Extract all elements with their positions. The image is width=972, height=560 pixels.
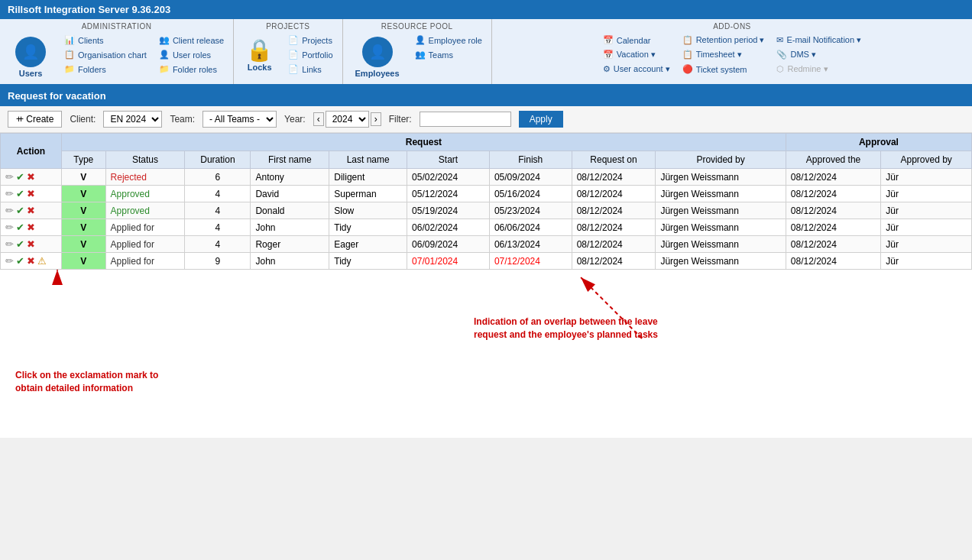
request-on-cell: 08/12/2024 [572,219,656,236]
firstname-cell: Donald [251,202,329,219]
reject-icon[interactable]: ✖ [27,255,35,267]
nav-item-portfolio[interactable]: 📄 Portfolio [285,48,335,61]
year-select[interactable]: 2024 [326,111,369,128]
nav-item-links[interactable]: 📄 Links [285,63,335,76]
nav-item-vacation[interactable]: 📅 Vacation ▾ [600,48,673,61]
reject-icon[interactable]: ✖ [27,188,35,199]
approve-icon[interactable]: ✔ [16,188,24,199]
year-prev-button[interactable]: ‹ [313,112,324,126]
action-cell: ✏ ✔ ✖ [1,236,62,253]
filter-input[interactable] [420,112,511,127]
col-duration: Duration [185,151,251,169]
employees-label: Employees [355,69,400,78]
warn-icon[interactable]: ⚠ [37,255,47,267]
nav-item-projects[interactable]: 📄 Projects [285,34,335,47]
lastname-cell: Tidy [329,253,407,270]
reject-icon[interactable]: ✖ [27,222,35,233]
approve-icon[interactable]: ✔ [16,255,24,267]
filter-label: Filter: [389,114,412,125]
email-icon: ✉ [776,35,783,45]
table-row: ✏ ✔ ✖ VApplied for4RogerEager06/09/20240… [1,236,972,253]
locks-item[interactable]: 🔒 Locks [240,34,279,76]
firstname-cell: John [251,219,329,236]
create-button[interactable]: + + Create [8,111,62,128]
nav-item-calendar[interactable]: 📅 Calendar [600,34,673,47]
calendar-icon: 📅 [603,35,614,45]
request-on-cell: 08/12/2024 [572,186,656,202]
edit-icon[interactable]: ✏ [5,255,14,267]
nav-item-redmine[interactable]: ⬡ Redmine ▾ [773,63,864,76]
approve-icon[interactable]: ✔ [16,205,24,216]
team-select[interactable]: - All Teams - [202,111,277,128]
action-cell: ✏ ✔ ✖ [1,169,62,186]
nav-users-icon-item[interactable]: 👤 Users [6,34,55,81]
request-on-cell: 08/12/2024 [572,253,656,270]
nav-item-teams[interactable]: 👥 Teams [412,48,485,61]
edit-icon[interactable]: ✏ [5,238,14,250]
table-row: ✏ ✔ ✖ ⚠ VApplied for9JohnTidy07/01/20240… [1,253,972,270]
nav-item-dms[interactable]: 📎 DMS ▾ [773,48,864,61]
nav-admin-col2: 👥 Client release 👤 User roles 📁 Folder r… [156,34,227,81]
type-cell: V [62,186,106,202]
type-cell: V [62,236,106,253]
employees-item[interactable]: 👤 Employees [349,34,406,81]
approve-icon[interactable]: ✔ [16,171,24,183]
nav-item-timesheet[interactable]: 📋 Timesheet ▾ [679,48,768,61]
duration-cell: 4 [185,186,251,202]
retention-icon: 📋 [682,35,693,45]
apply-button[interactable]: Apply [519,111,563,128]
client-select[interactable]: EN 2024 [103,111,162,128]
nav-item-clients[interactable]: 📊 Clients [61,34,150,47]
nav-bar: ADMINISTRATION 👤 Users 📊 Clients 📋 Organ… [0,19,972,86]
nav-item-user-roles[interactable]: 👤 User roles [156,48,227,61]
edit-icon[interactable]: ✏ [5,205,14,216]
provided-by-cell: Jürgen Weissmann [656,219,786,236]
approved-by-cell: Jür [881,169,972,186]
type-cell: V [62,202,106,219]
finish-cell: 05/16/2024 [489,186,572,202]
ticket-system-icon: 🔴 [682,64,693,74]
nav-section-title-administration: ADMINISTRATION [82,22,152,31]
nav-projects-items: 🔒 Locks 📄 Projects 📄 Portfolio 📄 Links [240,34,335,76]
finish-cell: 05/23/2024 [489,202,572,219]
nav-administration-items: 👤 Users 📊 Clients 📋 Organisation chart 📁… [6,34,227,81]
nav-item-user-account[interactable]: ⚙ User account ▾ [600,63,673,76]
nav-item-folders[interactable]: 📁 Folders [61,63,150,76]
redmine-icon: ⬡ [776,64,784,74]
nav-item-employee-role[interactable]: 👤 Employee role [412,34,485,47]
lastname-cell: Tidy [329,219,407,236]
type-cell: V [62,169,106,186]
folders-icon: 📁 [64,64,75,74]
nav-item-ticket-system[interactable]: 🔴 Ticket system [679,63,768,76]
nav-item-folder-roles[interactable]: 📁 Folder roles [156,63,227,76]
reject-icon[interactable]: ✖ [27,205,35,216]
nav-item-organisation-chart[interactable]: 📋 Organisation chart [61,48,150,61]
nav-section-addons: ADD-ONS 📅 Calendar 📅 Vacation ▾ ⚙ User a… [492,19,972,84]
reject-icon[interactable]: ✖ [27,171,35,183]
approve-icon[interactable]: ✔ [16,238,24,250]
nav-section-administration: ADMINISTRATION 👤 Users 📊 Clients 📋 Organ… [0,19,234,84]
approved-the-cell: 08/12/2024 [786,236,881,253]
start-cell: 06/09/2024 [407,236,490,253]
timesheet-icon: 📋 [682,50,693,60]
approved-by-cell: Jür [881,202,972,219]
approve-icon[interactable]: ✔ [16,222,24,233]
nav-item-retention-period[interactable]: 📋 Retention period ▾ [679,34,768,47]
nav-projects-col1: 📄 Projects 📄 Portfolio 📄 Links [285,34,335,76]
year-next-button[interactable]: › [371,112,381,126]
start-cell: 06/02/2024 [407,219,490,236]
col-approved-by: Approved by [881,151,972,169]
col-firstname: First name [251,151,329,169]
nav-item-email-notification[interactable]: ✉ E-mail Notification ▾ [773,34,864,47]
vacation-table: Action Request Approval Type Status Dura… [0,133,972,270]
duration-cell: 4 [185,236,251,253]
approved-the-cell: 08/12/2024 [786,253,881,270]
reject-icon[interactable]: ✖ [27,238,35,250]
edit-icon[interactable]: ✏ [5,222,14,233]
app-title: Rillsoft Integration Server 9.36.203 [8,4,170,15]
nav-item-client-release[interactable]: 👥 Client release [156,34,227,47]
request-on-cell: 08/12/2024 [572,202,656,219]
team-label: Team: [170,114,195,125]
edit-icon[interactable]: ✏ [5,188,14,199]
edit-icon[interactable]: ✏ [5,171,14,183]
